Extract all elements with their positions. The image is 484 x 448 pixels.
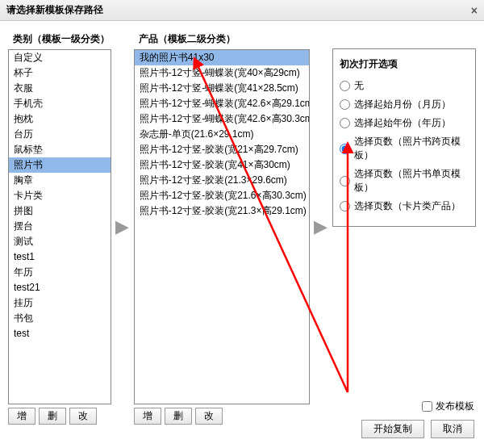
radio-input[interactable] bbox=[340, 118, 350, 128]
radio-input[interactable] bbox=[340, 144, 350, 154]
open-options-legend: 初次打开选项 bbox=[340, 57, 469, 71]
publish-checkbox-label[interactable]: 发布模板 bbox=[422, 400, 474, 413]
list-item[interactable]: 挂历 bbox=[9, 295, 111, 311]
list-item[interactable]: 年历 bbox=[9, 265, 111, 280]
list-item[interactable]: 照片书-12寸竖-胶装(宽21.3×高29.1cm) bbox=[135, 203, 309, 219]
arrow-right-icon: ▶ bbox=[313, 29, 329, 425]
radio-option[interactable]: 无 bbox=[340, 79, 469, 93]
radio-label: 选择页数（照片书跨页模板） bbox=[354, 135, 469, 162]
publish-checkbox[interactable] bbox=[422, 401, 432, 412]
dialog-title: 请选择新模板保存路径 bbox=[6, 3, 103, 17]
product-header: 产品（模板二级分类） bbox=[134, 29, 310, 49]
list-item[interactable]: 照片书-12寸竖-蝴蝶装(宽41×28.5cm) bbox=[135, 81, 309, 96]
radio-label: 无 bbox=[354, 79, 364, 93]
list-item[interactable]: 照片书-12寸竖-蝴蝶装(宽40×高29cm) bbox=[135, 65, 309, 81]
list-item[interactable]: 杂志册-单页(21.6×29.1cm) bbox=[135, 127, 309, 142]
radio-label: 选择页数（卡片类产品） bbox=[354, 199, 461, 213]
list-item[interactable]: test1 bbox=[9, 249, 111, 265]
category-header: 类别（模板一级分类） bbox=[8, 29, 111, 49]
titlebar: 请选择新模板保存路径 × bbox=[0, 0, 484, 21]
list-item[interactable]: 我的照片书41x30 bbox=[135, 50, 309, 65]
list-item[interactable]: 胸章 bbox=[9, 173, 111, 188]
list-item[interactable]: test21 bbox=[9, 280, 111, 295]
list-item[interactable]: 照片书-12寸竖-胶装(宽41×高30cm) bbox=[135, 157, 309, 173]
product-delete-button[interactable]: 删 bbox=[165, 408, 192, 425]
publish-label: 发布模板 bbox=[436, 400, 474, 413]
list-item[interactable]: 照片书-12寸竖-胶装(宽21×高29.7cm) bbox=[135, 142, 309, 157]
radio-input[interactable] bbox=[340, 81, 350, 91]
product-listbox[interactable]: 我的照片书41x30照片书-12寸竖-蝴蝶装(宽40×高29cm)照片书-12寸… bbox=[134, 49, 310, 404]
radio-option[interactable]: 选择起始年份（年历） bbox=[340, 116, 469, 130]
radio-option[interactable]: 选择页数（照片书单页模板） bbox=[340, 167, 469, 195]
category-delete-button[interactable]: 删 bbox=[39, 408, 66, 425]
list-item[interactable]: 抱枕 bbox=[9, 111, 111, 127]
list-item[interactable]: 照片书 bbox=[9, 157, 111, 173]
list-item[interactable]: 衣服 bbox=[9, 81, 111, 96]
start-copy-button[interactable]: 开始复制 bbox=[361, 420, 424, 438]
list-item[interactable]: 拼图 bbox=[9, 203, 111, 219]
radio-input[interactable] bbox=[340, 176, 350, 186]
open-options-group: 初次打开选项 无选择起始月份（月历）选择起始年份（年历）选择页数（照片书跨页模板… bbox=[332, 48, 476, 227]
radio-option[interactable]: 选择页数（照片书跨页模板） bbox=[340, 135, 469, 162]
list-item[interactable]: 摆台 bbox=[9, 219, 111, 234]
radio-label: 选择起始月份（月历） bbox=[354, 98, 451, 111]
list-item[interactable]: test bbox=[9, 326, 111, 341]
radio-input[interactable] bbox=[340, 99, 350, 110]
radio-option[interactable]: 选择起始月份（月历） bbox=[340, 98, 469, 111]
close-icon[interactable]: × bbox=[471, 4, 478, 17]
list-item[interactable]: 台历 bbox=[9, 127, 111, 142]
category-add-button[interactable]: 增 bbox=[8, 408, 35, 425]
list-item[interactable]: 卡片类 bbox=[9, 188, 111, 203]
radio-input[interactable] bbox=[340, 201, 350, 211]
product-add-button[interactable]: 增 bbox=[134, 408, 161, 425]
list-item[interactable]: 测试 bbox=[9, 234, 111, 249]
radio-label: 选择起始年份（年历） bbox=[354, 116, 451, 130]
list-item[interactable]: 照片书-12寸竖-胶装(宽21.6×高30.3cm) bbox=[135, 188, 309, 203]
radio-label: 选择页数（照片书单页模板） bbox=[354, 167, 469, 195]
radio-option[interactable]: 选择页数（卡片类产品） bbox=[340, 199, 469, 213]
list-item[interactable]: 手机壳 bbox=[9, 96, 111, 111]
list-item[interactable]: 鼠标垫 bbox=[9, 142, 111, 157]
list-item[interactable]: 书包 bbox=[9, 311, 111, 326]
list-item[interactable]: 照片书-12寸竖-蝴蝶装(宽42.6×高30.3cm) bbox=[135, 111, 309, 127]
product-modify-button[interactable]: 改 bbox=[195, 408, 223, 425]
list-item[interactable]: 照片书-12寸竖-蝴蝶装(宽42.6×高29.1cm) bbox=[135, 96, 309, 111]
category-modify-button[interactable]: 改 bbox=[69, 408, 97, 425]
arrow-right-icon: ▶ bbox=[115, 29, 131, 425]
category-listbox[interactable]: 自定义杯子衣服手机壳抱枕台历鼠标垫照片书胸章卡片类拼图摆台测试test1年历te… bbox=[8, 49, 111, 404]
list-item[interactable]: 自定义 bbox=[9, 50, 111, 65]
list-item[interactable]: 杯子 bbox=[9, 65, 111, 81]
list-item[interactable]: 照片书-12寸竖-胶装(21.3×29.6cm) bbox=[135, 173, 309, 188]
cancel-button[interactable]: 取消 bbox=[431, 420, 474, 438]
